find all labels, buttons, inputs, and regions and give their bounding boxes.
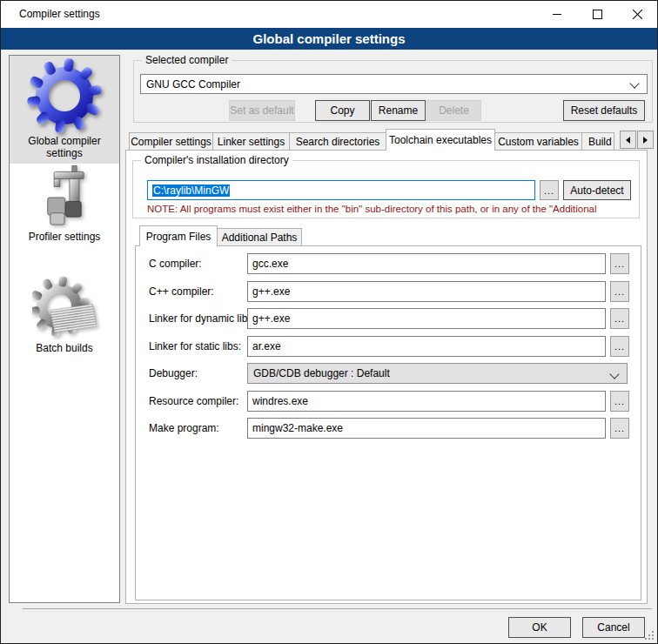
gear-stack-icon <box>32 277 97 341</box>
triangle-right-icon <box>643 137 648 144</box>
tab-scroll-left-button[interactable] <box>620 131 636 149</box>
c-compiler-browse-button[interactable]: ... <box>610 281 629 302</box>
make-program-label: Make program: <box>149 422 219 434</box>
resource-compiler-label: Resource compiler: <box>149 395 238 407</box>
tab-label: Custom variables <box>498 136 579 148</box>
install-dir-value: C:\raylib\MinGW <box>152 184 230 197</box>
c-compiler-input[interactable]: gcc.exe <box>247 253 606 274</box>
maximize-icon <box>593 10 602 19</box>
program-files-panel: C compiler:gcc.exe...C++ compiler:g++.ex… <box>135 245 641 600</box>
copy-button[interactable]: Copy <box>315 100 370 121</box>
tab-label: Toolchain executables <box>389 134 492 146</box>
c-compiler-label: C compiler: <box>149 258 202 270</box>
input-value: g++.exe <box>252 312 290 325</box>
install-dir-browse-button[interactable]: ... <box>540 180 559 200</box>
resize-grip[interactable] <box>645 631 655 641</box>
subtab-program-files[interactable]: Program Files <box>139 225 218 246</box>
tab-label: Search directories <box>296 136 380 148</box>
minimize-icon <box>553 10 561 18</box>
linker-for-static-libs-label: Linker for static libs: <box>149 340 241 352</box>
select-value: GDB/CDB debugger : Default <box>253 367 390 379</box>
sidebar-item-batch-builds[interactable]: Batch builds <box>10 263 119 367</box>
chevron-down-icon <box>609 369 619 379</box>
input-value: mingw32-make.exe <box>252 422 343 434</box>
linker-for-dynamic-libs-input[interactable]: g++.exe <box>247 308 606 329</box>
chevron-down-icon <box>629 78 639 88</box>
tab-toolchain-executables[interactable]: Toolchain executables <box>386 129 495 151</box>
install-dir-group: Compiler's installation directory C:\ray… <box>132 160 640 218</box>
grip-dots-icon <box>645 631 647 633</box>
make-program-input[interactable]: mingw32-make.exe <box>247 418 606 439</box>
caption-buttons <box>537 1 657 27</box>
ok-button[interactable]: OK <box>508 617 571 638</box>
input-value: gcc.exe <box>252 258 288 270</box>
linker-for-static-libs-browse-button[interactable]: ... <box>610 336 629 357</box>
reset-defaults-button[interactable]: Reset defaults <box>563 100 645 121</box>
tabstrip: Compiler settingsLinker settingsSearch d… <box>129 129 614 151</box>
caliper-icon <box>32 165 97 230</box>
debugger-select[interactable]: GDB/CDB debugger : Default <box>247 363 628 384</box>
compiler-settings-window: Compiler settings Global compiler settin… <box>0 0 658 644</box>
close-icon <box>633 10 642 19</box>
compiler-select[interactable]: GNU GCC Compiler <box>140 74 648 94</box>
sidebar-item-global-compiler-settings[interactable]: Global compiler settings <box>10 56 119 164</box>
titlebar: Compiler settings <box>1 1 657 28</box>
triangle-left-icon <box>626 137 630 144</box>
install-dir-legend: Compiler's installation directory <box>141 154 292 167</box>
sidebar-list: Global compiler settingsProfiler setting… <box>9 55 120 603</box>
sidebar-item-label: Profiler settings <box>29 231 101 243</box>
install-dir-note: NOTE: All programs must exist either in … <box>147 204 636 214</box>
separator-line <box>23 608 652 609</box>
c-compiler-input[interactable]: g++.exe <box>247 281 606 302</box>
dialog-heading: Global compiler settings <box>1 28 657 50</box>
delete-button[interactable]: Delete <box>426 100 481 121</box>
resource-compiler-input[interactable]: windres.exe <box>247 391 606 412</box>
c-compiler-label: C++ compiler: <box>149 285 214 298</box>
cancel-button[interactable]: Cancel <box>582 617 645 638</box>
autodetect-button[interactable]: Auto-detect <box>563 180 631 200</box>
c-compiler-browse-button[interactable]: ... <box>610 253 629 274</box>
sidebar-item-label: Global compiler settings <box>10 135 119 159</box>
linker-for-static-libs-input[interactable]: ar.exe <box>247 336 606 357</box>
resource-compiler-browse-button[interactable]: ... <box>610 391 629 412</box>
subtab-label: Additional Paths <box>222 231 298 244</box>
install-dir-input[interactable]: C:\raylib\MinGW <box>147 180 535 200</box>
linker-for-dynamic-libs-browse-button[interactable]: ... <box>610 308 629 329</box>
tab-scroll-right-button[interactable] <box>637 131 654 149</box>
input-value: g++.exe <box>252 285 290 298</box>
tab-search-directories[interactable]: Search directories <box>289 132 386 150</box>
tab-label: Build options <box>588 136 614 148</box>
tab-linker-settings[interactable]: Linker settings <box>212 132 290 150</box>
toolchain-executables-page: Compiler's installation directory C:\ray… <box>125 150 648 604</box>
tab-compiler-settings[interactable]: Compiler settings <box>129 132 213 150</box>
make-program-browse-button[interactable]: ... <box>610 418 629 439</box>
debugger-label: Debugger: <box>149 367 198 379</box>
gear-blue-icon <box>26 57 103 134</box>
minimize-button[interactable] <box>537 1 577 27</box>
maximize-button[interactable] <box>577 1 617 27</box>
subtabstrip: Program FilesAdditional Paths <box>139 225 302 246</box>
tab-build-options[interactable]: Build options <box>581 132 614 150</box>
rename-button[interactable]: Rename <box>371 100 426 121</box>
selected-compiler-group: Selected compiler GNU GCC Compiler Set a… <box>133 60 653 123</box>
input-value: ar.exe <box>252 340 281 352</box>
tab-custom-variables[interactable]: Custom variables <box>494 132 582 150</box>
sidebar-item-profiler-settings[interactable]: Profiler settings <box>10 164 119 263</box>
input-value: windres.exe <box>252 395 308 407</box>
sidebar-item-label: Batch builds <box>36 342 92 354</box>
subtab-additional-paths[interactable]: Additional Paths <box>217 228 302 245</box>
linker-for-dynamic-libs-label: Linker for dynamic libs: <box>149 312 256 325</box>
selected-compiler-legend: Selected compiler <box>142 54 232 67</box>
tab-label: Linker settings <box>218 136 285 148</box>
close-button[interactable] <box>617 1 657 27</box>
set-as-default-button[interactable]: Set as default <box>229 100 295 121</box>
subtab-label: Program Files <box>146 231 212 243</box>
window-title: Compiler settings <box>19 1 100 27</box>
tab-label: Compiler settings <box>131 136 212 148</box>
compiler-select-value: GNU GCC Compiler <box>146 78 240 91</box>
